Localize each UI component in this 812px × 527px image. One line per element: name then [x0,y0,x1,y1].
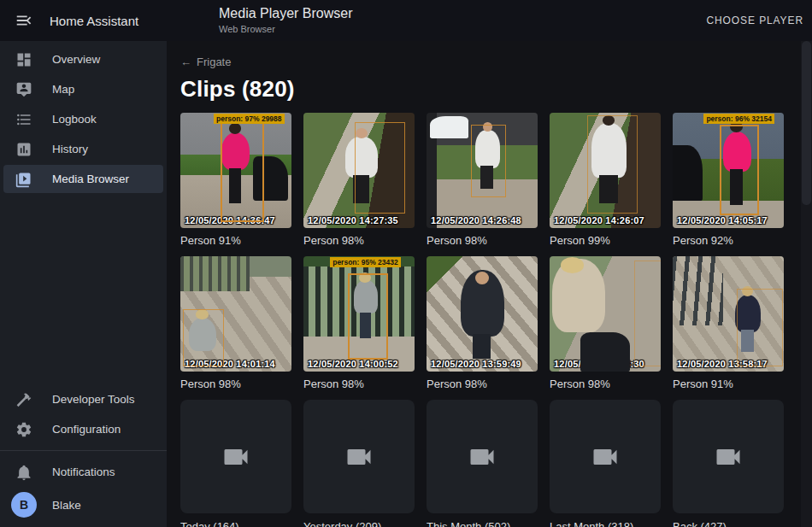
page-title: Clips (820) [180,76,798,102]
clip-caption: Person 98% [427,234,538,247]
folder-card[interactable]: Last Month (318) [550,400,661,527]
sidebar-item-notifications[interactable]: Notifications [3,458,163,486]
clip-thumbnail[interactable]: 12/05/2020 14:26:07 [550,113,661,228]
breadcrumb-label: Frigate [197,56,231,68]
detection-bounding-box [634,261,661,366]
clip-thumbnail[interactable]: 12/05/2020 13:58:17 [673,256,784,372]
detection-bounding-box [720,125,760,216]
clip-card[interactable]: 12/05/2020 14:01:14 Person 98% [180,256,291,390]
folder-label: Back (427) [673,520,784,527]
clip-thumbnail[interactable]: 12/05/2020 14:26:48 [427,113,538,228]
clip-card[interactable]: 12/05/2020 13:58:30 Person 98% [550,256,661,390]
hammer-icon [15,391,32,408]
panel-subtitle: Web Browser [219,24,353,35]
folder-card[interactable]: This Month (502) [427,400,538,527]
scene-object [180,256,250,291]
person-figure [552,259,605,332]
clip-caption: Person 98% [550,378,661,390]
clip-card[interactable]: 12/05/2020 13:58:17 Person 91% [673,256,784,390]
person-figure [461,270,504,337]
folder-tile[interactable] [550,400,661,513]
clip-timestamp-overlay: 12/05/2020 14:05:17 [677,215,782,225]
scrollbar-thumb[interactable] [802,41,811,205]
sidebar-item-logbook[interactable]: Logbook [3,105,163,133]
clip-card[interactable]: person: 97% 29988 12/05/2020 14:36:47 Pe… [180,113,291,247]
choose-player-button[interactable]: CHOOSE PLAYER [699,6,810,35]
detection-bounding-box [737,289,783,366]
detection-bounding-box [348,273,388,360]
clip-thumbnail[interactable]: person: 95% 23432 12/05/2020 14:00:52 [303,256,415,372]
menu-open-icon [15,11,33,30]
sidebar-divider [0,450,167,451]
detection-bounding-box [471,125,506,198]
clip-card[interactable]: 12/05/2020 14:27:35 Person 98% [303,113,415,247]
clip-timestamp-overlay: 12/05/2020 14:26:07 [554,215,659,225]
clip-caption: Person 98% [180,378,291,390]
clip-card[interactable]: 12/05/2020 14:26:48 Person 98% [427,113,538,247]
folder-card[interactable]: Back (427) [673,400,784,527]
sidebar: Overview Map Logbook History Media Brows… [0,41,167,527]
clip-thumbnail[interactable]: person: 97% 29988 12/05/2020 14:36:47 [180,113,291,228]
sidebar-item-media-browser[interactable]: Media Browser [3,165,163,193]
folder-tile[interactable] [180,400,291,513]
media-browser-icon [15,171,32,188]
sidebar-item-user-profile[interactable]: B Blake [3,488,163,522]
clip-timestamp-overlay: 12/05/2020 14:26:48 [431,215,536,225]
media-grid: person: 97% 29988 12/05/2020 14:36:47 Pe… [167,108,812,527]
clip-caption: Person 91% [180,234,291,247]
detection-bounding-box [355,122,405,214]
logbook-list-icon [15,111,32,128]
clip-thumbnail[interactable]: 12/05/2020 13:59:49 [427,256,538,372]
sidebar-item-history[interactable]: History [3,135,163,163]
scene-object [673,256,723,325]
scrollbar-track[interactable] [801,41,812,527]
video-camera-icon [344,442,374,472]
folder-tile[interactable] [427,400,538,513]
user-avatar: B [11,492,37,518]
sidebar-bottom-nav: Developer Tools Configuration [0,381,167,443]
app-toolbar: Home Assistant Media Player Browser Web … [0,0,812,41]
breadcrumb-back[interactable]: ← Frigate [180,56,231,68]
clip-caption: Person 92% [673,234,784,247]
clip-card[interactable]: person: 95% 23432 12/05/2020 14:00:52 Pe… [303,256,415,390]
video-camera-icon [713,442,744,472]
map-account-icon [15,81,32,98]
sidebar-nav: Overview Map Logbook History Media Brows… [0,41,167,193]
notifications-label: Notifications [52,466,115,478]
sidebar-toggle-button[interactable] [3,0,44,41]
view-dashboard-icon [15,51,32,68]
clip-timestamp-overlay: 12/05/2020 14:00:52 [308,359,413,369]
folder-card[interactable]: Yesterday (209) [303,400,415,527]
folder-card[interactable]: Today (164) [180,400,291,527]
sidebar-item-overview[interactable]: Overview [3,45,163,73]
sidebar-item-configuration[interactable]: Configuration [3,415,163,443]
history-chart-icon [15,141,32,158]
detection-bounding-box [221,120,264,222]
clip-timestamp-overlay: 12/05/2020 14:27:35 [308,215,413,225]
clip-thumbnail[interactable]: 12/05/2020 13:58:30 [550,256,661,372]
video-camera-icon [590,442,621,472]
sidebar-item-developer-tools[interactable]: Developer Tools [3,385,163,413]
clip-thumbnail[interactable]: person: 96% 32154 12/05/2020 14:05:17 [673,113,784,228]
clip-caption: Person 91% [673,378,784,390]
gear-icon [15,421,32,438]
clip-caption: Person 98% [427,378,538,390]
clip-card[interactable]: person: 96% 32154 12/05/2020 14:05:17 Pe… [673,113,784,247]
clip-card[interactable]: 12/05/2020 13:59:49 Person 98% [427,256,538,390]
folder-tile[interactable] [673,400,784,513]
detection-label: person: 95% 23432 [330,257,401,267]
folder-tile[interactable] [303,400,415,513]
folder-label: Yesterday (209) [303,520,415,527]
sidebar-item-map[interactable]: Map [3,75,163,103]
clip-caption: Person 98% [303,378,415,390]
folder-label: This Month (502) [427,520,538,527]
scene-object [673,145,703,201]
clip-thumbnail[interactable]: 12/05/2020 14:01:14 [180,256,291,372]
folder-label: Last Month (318) [550,520,661,527]
clip-thumbnail[interactable]: 12/05/2020 14:27:35 [303,113,415,228]
clip-card[interactable]: 12/05/2020 14:26:07 Person 99% [550,113,661,247]
clip-caption: Person 99% [550,234,661,247]
video-camera-icon [221,442,251,472]
app-title: Home Assistant [50,14,161,28]
detection-label: person: 97% 29988 [214,114,285,124]
